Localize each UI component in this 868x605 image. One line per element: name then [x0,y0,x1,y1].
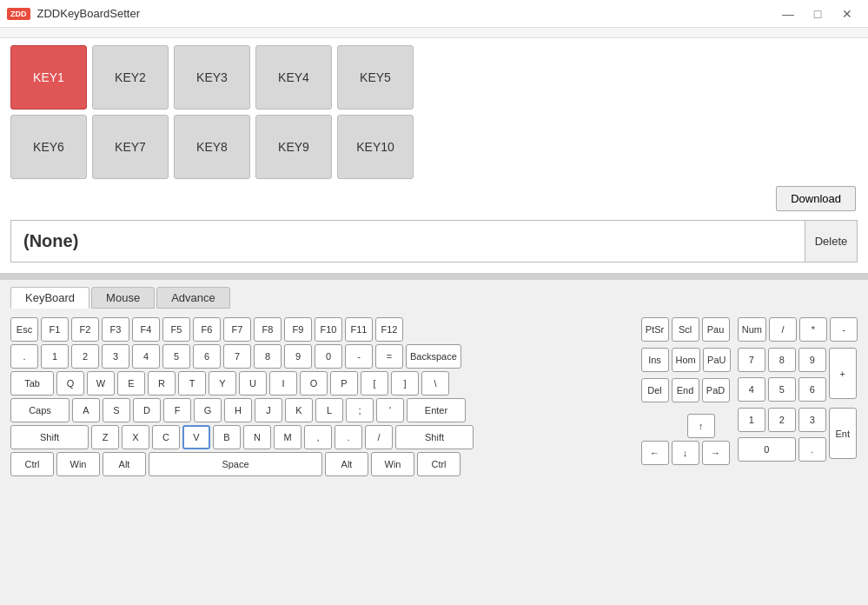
key-num-minus[interactable]: - [830,317,858,342]
key-3[interactable]: 3 [102,344,129,369]
key-f6[interactable]: F6 [193,317,221,342]
key-7[interactable]: 7 [223,344,251,369]
key-f11[interactable]: F11 [345,317,373,342]
key-caps[interactable]: Caps [10,398,70,422]
key-y[interactable]: Y [209,371,236,396]
key-button-7[interactable]: KEY7 [92,115,169,179]
key-f12[interactable]: F12 [375,317,403,342]
key-lctrl[interactable]: Ctrl [10,452,54,476]
key-f3[interactable]: F3 [102,317,129,342]
key-left[interactable]: ← [641,441,669,465]
key-x[interactable]: X [122,425,149,449]
key-num-8[interactable]: 8 [768,348,796,372]
key-esc[interactable]: Esc [10,317,38,342]
key-num-9[interactable]: 9 [798,348,826,372]
key-f1[interactable]: F1 [41,317,69,342]
key-button-8[interactable]: KEY8 [174,115,250,179]
key-rbracket[interactable]: ] [391,371,419,396]
key-lalt[interactable]: Alt [103,452,146,476]
key-f7[interactable]: F7 [223,317,251,342]
key-comma[interactable]: , [304,425,332,449]
key-4[interactable]: 4 [132,344,160,369]
key-pause[interactable]: Pau [702,317,730,342]
key-num-1[interactable]: 1 [738,408,765,432]
key-t[interactable]: T [178,371,206,396]
key-button-2[interactable]: KEY2 [92,45,169,110]
key-num-7[interactable]: 7 [738,348,765,372]
key-ralt[interactable]: Alt [325,452,368,476]
key-num-5[interactable]: 5 [768,377,796,402]
key-num-div[interactable]: / [769,317,797,342]
key-lwin[interactable]: Win [56,452,100,476]
key-a[interactable]: A [72,398,100,422]
key-n[interactable]: N [243,425,271,449]
maximize-button[interactable]: □ [804,2,832,26]
delete-button[interactable]: Delete [805,221,857,262]
key-lshift[interactable]: Shift [10,425,89,449]
key-num-2[interactable]: 2 [768,408,796,432]
key-minus[interactable]: - [345,344,373,369]
key-backslash[interactable]: \ [421,371,449,396]
key-g[interactable]: G [194,398,222,422]
key-f2[interactable]: F2 [71,317,99,342]
key-m[interactable]: M [274,425,301,449]
key-equals[interactable]: = [375,344,403,369]
key-1[interactable]: 1 [41,344,69,369]
key-pageup[interactable]: PaU [703,348,731,372]
key-num-3[interactable]: 3 [798,408,826,432]
download-button[interactable]: Download [776,186,856,211]
key-e[interactable]: E [117,371,145,396]
key-printscreen[interactable]: PtSr [641,317,669,342]
key-lbracket[interactable]: [ [361,371,388,396]
key-8[interactable]: 8 [254,344,282,369]
key-f5[interactable]: F5 [162,317,190,342]
key-space[interactable]: Space [149,452,322,476]
key-k[interactable]: K [285,398,313,422]
key-j[interactable]: J [255,398,282,422]
key-numlock[interactable]: Num [738,317,766,342]
key-tab[interactable]: Tab [10,371,54,396]
key-slash[interactable]: / [365,425,393,449]
key-home[interactable]: Hom [672,348,700,372]
key-rwin[interactable]: Win [371,452,414,476]
key-f10[interactable]: F10 [315,317,342,342]
key-2[interactable]: 2 [71,344,99,369]
tab-advance[interactable]: Advance [156,287,230,309]
key-scrolllock[interactable]: Scl [672,317,699,342]
key-u[interactable]: U [239,371,267,396]
close-button[interactable]: ✕ [833,2,861,26]
key-v[interactable]: V [182,425,210,449]
key-r[interactable]: R [148,371,176,396]
minimize-button[interactable]: — [774,2,802,26]
key-9[interactable]: 9 [284,344,312,369]
key-o[interactable]: O [300,371,328,396]
key-up[interactable]: ↑ [687,414,715,438]
tab-mouse[interactable]: Mouse [91,287,155,309]
key-w[interactable]: W [87,371,115,396]
key-button-3[interactable]: KEY3 [174,45,250,110]
key-button-5[interactable]: KEY5 [337,45,414,110]
key-enter[interactable]: Enter [407,398,466,422]
key-num-4[interactable]: 4 [738,377,765,402]
key-button-10[interactable]: KEY10 [337,115,414,179]
key-num-plus[interactable]: + [829,348,857,399]
key-down[interactable]: ↓ [672,441,699,465]
key-button-1[interactable]: KEY1 [10,45,87,110]
key-d[interactable]: D [133,398,161,422]
key-l[interactable]: L [315,398,343,422]
key-b[interactable]: B [213,425,241,449]
key-f4[interactable]: F4 [132,317,160,342]
key-num-6[interactable]: 6 [798,377,826,402]
key-q[interactable]: Q [56,371,84,396]
key-5[interactable]: 5 [162,344,190,369]
key-end[interactable]: End [672,378,699,402]
key-i[interactable]: I [269,371,297,396]
key-num-mul[interactable]: * [799,317,827,342]
key-dot-num[interactable]: . [10,344,38,369]
key-rshift[interactable]: Shift [395,425,474,449]
key-quote[interactable]: ' [376,398,404,422]
key-button-6[interactable]: KEY6 [10,115,87,179]
key-h[interactable]: H [224,398,252,422]
key-0[interactable]: 0 [315,344,342,369]
key-button-4[interactable]: KEY4 [255,45,332,110]
